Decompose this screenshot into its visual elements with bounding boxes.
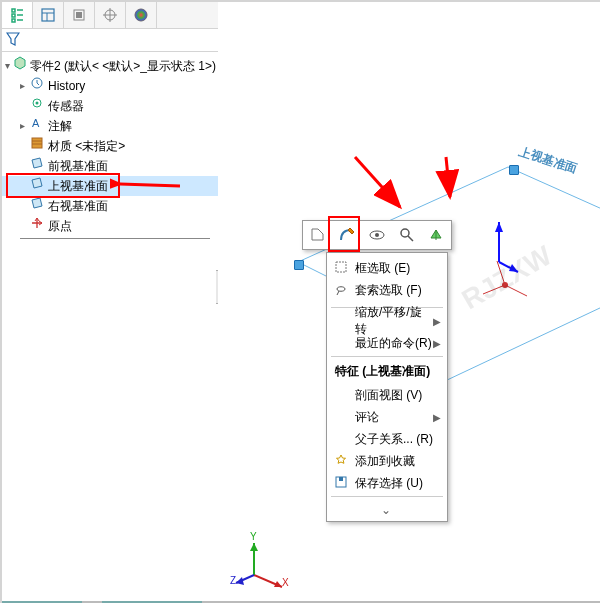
tree-root[interactable]: ▾ 零件2 (默认< <默认>_显示状态 1>) [2, 56, 218, 76]
plane-top-label: 上视基准面 [46, 176, 108, 196]
panel-tabs [2, 2, 218, 29]
ctx-recent-label: 最近的命令(R) [351, 335, 433, 352]
svg-point-23 [375, 233, 379, 237]
axis-y-label: Y [250, 531, 257, 542]
submenu-arrow-icon: ▶ [433, 316, 441, 327]
tree-sensors[interactable]: 传感器 [2, 96, 218, 116]
feature-tree: ▾ 零件2 (默认< <默认>_显示状态 1>) ▸ History 传感器 ▸… [2, 52, 218, 245]
annotations-label: 注解 [46, 116, 72, 136]
ctx-tool-show-hide[interactable] [366, 224, 388, 246]
lasso-icon [331, 282, 351, 299]
tree-plane-top[interactable]: 上视基准面 [2, 176, 218, 196]
expand-icon[interactable]: ▸ [16, 76, 28, 96]
tree-plane-front[interactable]: 前视基准面 [2, 156, 218, 176]
plane-icon [28, 156, 46, 176]
part-icon [12, 55, 28, 77]
origin-icon [28, 216, 46, 236]
ctx-tool-sketch-3d[interactable] [307, 224, 329, 246]
svg-rect-0 [42, 9, 54, 21]
tab-property-manager[interactable] [33, 2, 64, 28]
sensors-label: 传感器 [46, 96, 84, 116]
tab-config-manager[interactable] [64, 2, 95, 28]
box-select-icon [331, 260, 351, 277]
ctx-parent-child-label: 父子关系... (R) [351, 431, 441, 448]
ctx-tool-zoom-to[interactable] [396, 224, 418, 246]
ctx-zoom-pan-label: 缩放/平移/旋转 [351, 304, 433, 338]
ctx-add-fav-label: 添加到收藏 [351, 453, 441, 470]
orientation-triad[interactable]: X Y Z [234, 531, 294, 591]
ctx-expand-more[interactable]: ⌄ [327, 499, 447, 521]
ctx-zoom-pan-rotate[interactable]: 缩放/平移/旋转 ▶ [327, 310, 447, 332]
plane-icon [28, 196, 46, 216]
ctx-section-view[interactable]: 剖面视图 (V) [327, 384, 447, 406]
plane-front-label: 前视基准面 [46, 156, 108, 176]
context-menu: 框选取 (E) 套索选取 (F) 缩放/平移/旋转 ▶ 最近的命令(R) ▶ 特… [326, 252, 448, 522]
feature-tree-panel: ▾ 零件2 (默认< <默认>_显示状态 1>) ▸ History 传感器 ▸… [2, 2, 219, 562]
tree-root-label: 零件2 (默认< <默认>_显示状态 1>) [28, 56, 216, 76]
svg-rect-27 [336, 262, 346, 272]
ctx-tool-normal-to[interactable] [425, 224, 447, 246]
ctx-save-selection[interactable]: 保存选择 (U) [327, 472, 447, 494]
favorite-icon [331, 453, 351, 470]
submenu-arrow-icon: ▶ [433, 338, 441, 349]
tab-dimxpert[interactable] [95, 2, 126, 28]
collapse-icon[interactable]: ▾ [4, 56, 12, 76]
sensors-icon [28, 96, 46, 116]
plane-handle[interactable] [509, 165, 519, 175]
tab-feature-tree[interactable] [2, 2, 33, 28]
expand-icon[interactable]: ▸ [16, 116, 28, 136]
svg-rect-4 [76, 12, 82, 18]
submenu-arrow-icon: ▶ [433, 412, 441, 423]
ctx-section-view-label: 剖面视图 (V) [351, 387, 441, 404]
axis-x-label: X [282, 577, 289, 588]
ctx-recent-commands[interactable]: 最近的命令(R) ▶ [327, 332, 447, 354]
svg-point-8 [135, 9, 147, 21]
ctx-box-select-label: 框选取 (E) [351, 260, 441, 277]
plane-handle[interactable] [294, 260, 304, 270]
tree-plane-right[interactable]: 右视基准面 [2, 196, 218, 216]
filter-icon[interactable] [6, 32, 20, 49]
ctx-lasso-select-label: 套索选取 (F) [351, 282, 441, 299]
ctx-tool-sketch[interactable] [336, 224, 358, 246]
ctx-comment[interactable]: 评论 ▶ [327, 406, 447, 428]
plane-right-label: 右视基准面 [46, 196, 108, 216]
material-icon [28, 136, 46, 156]
svg-rect-13 [32, 138, 42, 148]
svg-point-24 [401, 229, 409, 237]
history-icon [28, 76, 46, 96]
tree-origin[interactable]: 原点 [2, 216, 218, 236]
ctx-add-favorite[interactable]: 添加到收藏 [327, 450, 447, 472]
origin-label: 原点 [46, 216, 72, 236]
svg-line-25 [408, 236, 413, 241]
filter-bar [2, 29, 218, 52]
tab-display-manager[interactable] [126, 2, 157, 28]
ctx-feature-header: 特征 (上视基准面) [327, 359, 447, 384]
svg-text:A: A [32, 117, 40, 129]
annotations-icon: A [28, 116, 46, 136]
save-icon [331, 475, 351, 492]
ctx-parent-child[interactable]: 父子关系... (R) [327, 428, 447, 450]
svg-rect-29 [339, 477, 343, 481]
ctx-comment-label: 评论 [351, 409, 433, 426]
ctx-lasso-select[interactable]: 套索选取 (F) [327, 279, 447, 301]
ctx-save-sel-label: 保存选择 (U) [351, 475, 441, 492]
tree-annotations[interactable]: ▸ A 注解 [2, 116, 218, 136]
history-label: History [46, 76, 85, 96]
context-toolbar [302, 220, 452, 250]
tree-end-bar[interactable] [20, 238, 210, 239]
svg-point-11 [36, 102, 39, 105]
axis-z-label: Z [230, 575, 236, 586]
tree-material[interactable]: 材质 <未指定> [2, 136, 218, 156]
ctx-box-select[interactable]: 框选取 (E) [327, 257, 447, 279]
tree-history[interactable]: ▸ History [2, 76, 218, 96]
plane-icon [28, 176, 46, 196]
material-label: 材质 <未指定> [46, 136, 125, 156]
